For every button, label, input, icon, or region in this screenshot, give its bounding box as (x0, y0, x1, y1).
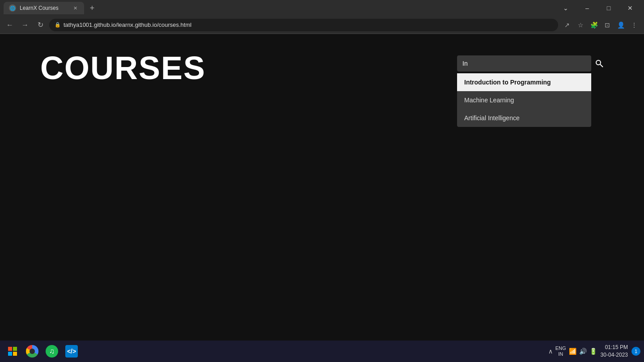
close-button[interactable]: ✕ (620, 0, 640, 16)
taskbar-sys-icons: ∧ ENGIN 📶 🔊 🔋 (548, 345, 597, 357)
minimize-button[interactable]: – (577, 0, 597, 16)
chrome-icon (26, 345, 38, 358)
search-icon (595, 59, 604, 68)
svg-line-1 (600, 64, 603, 67)
taskbar-chrome[interactable] (23, 342, 41, 360)
refresh-button[interactable]: ↻ (34, 19, 47, 31)
share-icon[interactable]: ↗ (561, 19, 573, 31)
spotify-icon: ♫ (46, 345, 58, 358)
search-input[interactable] (457, 55, 591, 72)
profile-icon[interactable]: 👤 (614, 19, 627, 31)
dropdown-item-artificial-intelligence[interactable]: Artificial Intelligence (457, 109, 591, 127)
browser-toolbar: ← → ↻ 🔒 tathya1001.github.io/learnx.gith… (0, 16, 644, 34)
windows-icon (8, 347, 17, 356)
svg-point-0 (596, 60, 601, 65)
vscode-icon: </> (65, 345, 78, 358)
layout-icon[interactable]: ⊡ (601, 19, 614, 31)
taskbar-clock[interactable]: 01:15 PM 30-04-2023 (601, 344, 628, 359)
expand-icon[interactable]: ∧ (548, 348, 553, 355)
search-container: Introduction to Programming Machine Lear… (457, 55, 604, 72)
clock-date: 30-04-2023 (601, 351, 628, 359)
search-button[interactable] (595, 59, 604, 68)
page-content: COURSES Introduction to Programming Mach… (0, 34, 644, 341)
browser-tab[interactable]: 🌐 LearnX Courses ✕ (4, 2, 84, 14)
taskbar-right: ∧ ENGIN 📶 🔊 🔋 01:15 PM 30-04-2023 1 (548, 344, 640, 359)
address-bar[interactable]: 🔒 tathya1001.github.io/learnx.github.io/… (49, 19, 558, 31)
extension-icon[interactable]: 🧩 (588, 19, 600, 31)
chevron-down-button[interactable]: ⌄ (555, 0, 576, 16)
page-header: COURSES Introduction to Programming Mach… (40, 52, 604, 84)
back-button[interactable]: ← (4, 19, 16, 31)
new-tab-button[interactable]: + (86, 2, 98, 14)
search-dropdown: Introduction to Programming Machine Lear… (457, 73, 591, 127)
toolbar-icons: ↗ ☆ 🧩 ⊡ 👤 ⋮ (561, 19, 640, 31)
wifi-icon[interactable]: 📶 (569, 348, 576, 355)
volume-icon[interactable]: 🔊 (579, 348, 587, 355)
language-indicator: ENGIN (555, 345, 566, 357)
taskbar-vscode[interactable]: </> (63, 342, 80, 360)
address-text: tathya1001.github.io/learnx.github.io/co… (64, 21, 191, 28)
taskbar: ♫ </> ∧ ENGIN 📶 🔊 🔋 01:15 PM 30-04-2023 … (0, 341, 644, 362)
dropdown-item-machine-learning[interactable]: Machine Learning (457, 91, 591, 109)
tab-favicon: 🌐 (9, 4, 16, 12)
bookmark-icon[interactable]: ☆ (574, 19, 587, 31)
battery-icon[interactable]: 🔋 (589, 348, 597, 355)
lock-icon: 🔒 (55, 22, 61, 28)
clock-time: 01:15 PM (601, 344, 628, 351)
titlebar-controls: ⌄ – □ ✕ (555, 0, 640, 16)
dropdown-item-intro-programming[interactable]: Introduction to Programming (457, 73, 591, 91)
tab-close-button[interactable]: ✕ (72, 4, 79, 12)
maximize-button[interactable]: □ (598, 0, 619, 16)
tab-title: LearnX Courses (20, 5, 59, 11)
browser-titlebar: 🌐 LearnX Courses ✕ + ⌄ – □ ✕ (0, 0, 644, 16)
forward-button[interactable]: → (19, 19, 31, 31)
menu-icon[interactable]: ⋮ (628, 19, 640, 31)
page-title: COURSES (40, 52, 206, 84)
taskbar-spotify[interactable]: ♫ (43, 342, 61, 360)
notification-badge[interactable]: 1 (631, 347, 640, 356)
start-button[interactable] (4, 342, 21, 360)
